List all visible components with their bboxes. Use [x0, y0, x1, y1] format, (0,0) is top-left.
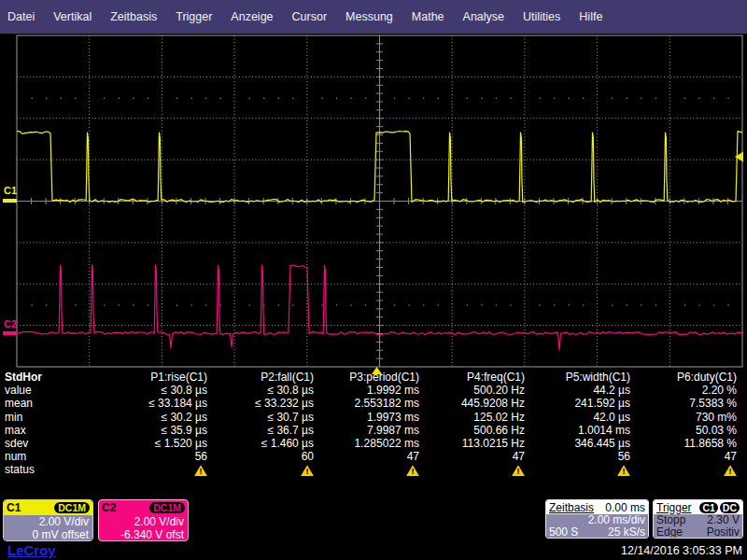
measure-cell: 47 — [634, 450, 740, 463]
measure-cell: 346.445 µs — [529, 437, 634, 450]
trigger-slope: Positiv — [707, 526, 740, 539]
measure-cell: 241.592 µs — [529, 397, 634, 410]
measure-cell: 113.0215 Hz — [423, 437, 529, 450]
trigger-descriptor[interactable]: Trigger C1 DC Stopp 2.30 V Edge Positiv — [653, 499, 743, 539]
measure-cell: 2.553182 ms — [317, 397, 423, 410]
measure-cell: 1.0014 ms — [529, 424, 634, 437]
measure-cell: 60 — [211, 450, 317, 463]
menu-item-cursor[interactable]: Cursor — [292, 10, 328, 23]
measure-cell: 2.20 % — [634, 384, 740, 397]
measure-cell: ≤ 1.520 µs — [58, 437, 211, 450]
measure-status-cell — [58, 463, 211, 476]
measure-col-header-p2[interactable]: P2:fall(C1) — [211, 371, 317, 384]
menu-item-datei[interactable]: Datei — [7, 10, 35, 23]
measure-row-label: max — [0, 424, 58, 437]
measure-cell: 500.66 Hz — [423, 424, 529, 437]
measure-col-header-p3[interactable]: P3:period(C1) — [317, 371, 423, 384]
measure-cell: 44.2 µs — [529, 384, 634, 397]
timebase-body: 2.00 ms/div 500 S 25 kS/s — [546, 514, 648, 539]
trigger-body: Stopp 2.30 V Edge Positiv — [654, 514, 742, 539]
measure-col-header-p4[interactable]: P4:freq(C1) — [423, 371, 529, 384]
channel-c2-header: C2 DC1M — [99, 500, 188, 515]
measurement-table: StdHor P1:rise(C1) P2:fall(C1) P3:period… — [0, 371, 744, 477]
measure-col-header-p5[interactable]: P5:width(C1) — [529, 371, 634, 384]
menu-item-zeitbasis[interactable]: Zeitbasis — [110, 10, 157, 23]
channel-descriptor-c2[interactable]: C2 DC1M 2.00 V/div -6.340 V ofst — [98, 499, 189, 541]
measure-cell: ≤ 35.9 µs — [58, 424, 211, 437]
measure-cell: 1.9973 ms — [317, 411, 423, 424]
measure-cell: 730 m% — [634, 411, 740, 424]
coupling-badge-c1: DC1M — [54, 502, 90, 513]
warning-icon — [724, 465, 737, 476]
channel-c1-scale: 2.00 V/div — [7, 515, 89, 528]
channel-c2-body: 2.00 V/div -6.340 V ofst — [99, 515, 188, 541]
measure-cell: ≤ 30.2 µs — [58, 411, 211, 424]
timebase-samples: 500 S — [549, 526, 578, 539]
warning-icon — [301, 465, 314, 476]
menu-item-mathe[interactable]: Mathe — [412, 10, 444, 23]
measure-cell: 1.285022 ms — [317, 437, 423, 450]
lecroy-logo: LeCroy — [7, 542, 56, 558]
measure-status-cell — [423, 463, 529, 476]
timebase-delay: 0.00 ms — [605, 501, 645, 514]
timebase-header: Zeitbasis 0.00 ms — [546, 500, 648, 514]
measure-cell: 7.5383 % — [634, 397, 740, 410]
measure-cell: ≤ 36.7 µs — [211, 424, 317, 437]
measure-cell: 1.9992 ms — [317, 384, 423, 397]
channel-c1-header: C1 DC1M — [4, 500, 92, 515]
menu-item-messung[interactable]: Messung — [345, 10, 393, 23]
timebase-rate: 25 kS/s — [608, 526, 645, 539]
channel-c1-offset: 0 mV offset — [7, 528, 89, 541]
measure-cell: 500.20 Hz — [423, 384, 529, 397]
measure-cell: ≤ 30.8 µs — [58, 384, 211, 397]
channel-c2-scale: 2.00 V/div — [103, 515, 184, 528]
measure-row-label: min — [0, 411, 58, 424]
measure-col-header-p6[interactable]: P6:duty(C1) — [634, 371, 740, 384]
measure-row-label: sdev — [0, 437, 58, 450]
measure-row-label: status — [0, 463, 58, 476]
measure-cell: ≤ 1.460 µs — [211, 437, 317, 450]
measure-cell: 445.9208 Hz — [423, 397, 529, 410]
measure-cell: 47 — [423, 450, 529, 463]
measure-cell: ≤ 33.232 µs — [211, 397, 317, 410]
menu-item-trigger[interactable]: Trigger — [176, 10, 212, 23]
channel-c1-label: C1 — [7, 501, 21, 514]
trigger-header: Trigger C1 DC — [654, 500, 742, 514]
measure-status-cell — [317, 463, 423, 476]
measure-status-cell — [211, 463, 317, 476]
measure-cell: 42.0 µs — [529, 411, 634, 424]
channel-descriptor-c1[interactable]: C1 DC1M 2.00 V/div 0 mV offset — [3, 499, 93, 541]
warning-icon — [617, 465, 630, 476]
warning-icon — [512, 465, 525, 476]
channel-c2-offset: -6.340 V ofst — [103, 528, 184, 541]
channel-c1-body: 2.00 V/div 0 mV offset — [4, 515, 92, 541]
measure-row-label: mean — [0, 397, 58, 410]
measure-cell: 56 — [58, 450, 211, 463]
measure-cell: 11.8658 % — [634, 437, 740, 450]
measure-cell: 50.03 % — [634, 424, 740, 437]
measure-table-title: StdHor — [0, 371, 58, 384]
svg-text:C1: C1 — [4, 185, 17, 196]
warning-icon — [194, 465, 207, 476]
menu-item-vertikal[interactable]: Vertikal — [53, 10, 92, 23]
trigger-label: Trigger — [656, 501, 692, 514]
measure-col-header-p1[interactable]: P1:rise(C1) — [58, 371, 211, 384]
menu-item-hilfe[interactable]: Hilfe — [579, 10, 602, 23]
menu-item-utilities[interactable]: Utilities — [523, 10, 560, 23]
trigger-type: Edge — [656, 526, 683, 539]
measure-cell: 56 — [529, 450, 634, 463]
timebase-label: Zeitbasis — [549, 501, 594, 514]
warning-icon — [406, 465, 419, 476]
svg-text:C2: C2 — [4, 318, 17, 329]
menu-item-anzeige[interactable]: Anzeige — [231, 10, 273, 23]
measure-cell: ≤ 33.184 µs — [58, 397, 211, 410]
measure-cell: ≤ 30.8 µs — [211, 384, 317, 397]
trigger-source-badge: C1 — [699, 502, 717, 513]
menu-item-analyse[interactable]: Analyse — [463, 10, 504, 23]
timebase-descriptor[interactable]: Zeitbasis 0.00 ms 2.00 ms/div 500 S 25 k… — [545, 499, 649, 539]
coupling-badge-c2: DC1M — [149, 502, 185, 513]
datetime-display: 12/14/2016 3:05:33 PM — [621, 544, 742, 557]
trigger-coupling-badge: DC — [720, 502, 740, 513]
menu-bar: Datei Vertikal Zeitbasis Trigger Anzeige… — [0, 0, 747, 34]
measure-cell: 47 — [317, 450, 423, 463]
